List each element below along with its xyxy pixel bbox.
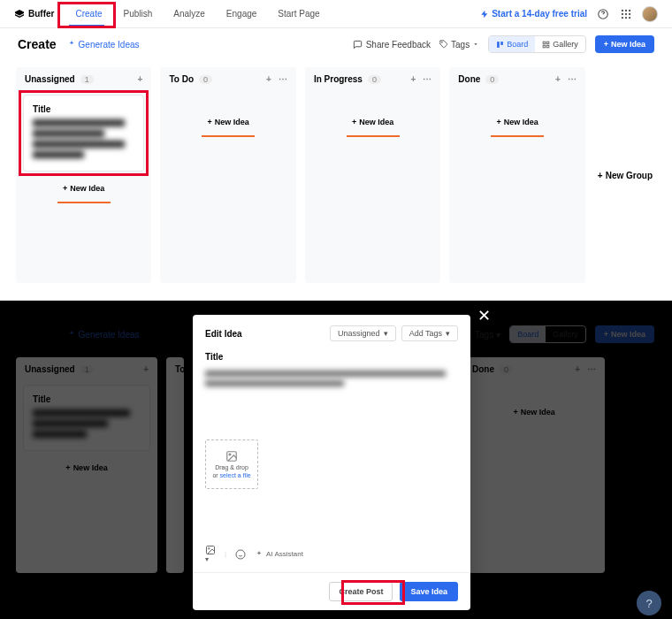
emoji-icon[interactable] bbox=[235, 549, 246, 560]
apps-icon[interactable] bbox=[619, 7, 633, 21]
new-idea-button[interactable]: +New Idea bbox=[595, 35, 654, 53]
column-count: 0 bbox=[485, 75, 499, 84]
ai-assistant-button[interactable]: AI Assistant bbox=[255, 550, 303, 559]
column-title: In Progress bbox=[314, 74, 363, 84]
add-icon[interactable]: + bbox=[138, 74, 143, 84]
svg-point-5 bbox=[625, 12, 627, 14]
close-icon[interactable]: ✕ bbox=[477, 306, 491, 325]
column-new-idea[interactable]: +New Idea bbox=[305, 109, 440, 135]
column-new-idea[interactable]: +New Idea bbox=[160, 109, 295, 135]
nav-publish[interactable]: Publish bbox=[123, 9, 152, 19]
create-post-button[interactable]: Create Post bbox=[329, 582, 393, 601]
more-icon[interactable]: ⋯ bbox=[423, 74, 431, 84]
add-icon[interactable]: + bbox=[555, 74, 561, 84]
svg-point-10 bbox=[442, 42, 443, 43]
svg-rect-13 bbox=[543, 42, 546, 44]
idea-title[interactable]: Title bbox=[205, 352, 458, 362]
pill-add-tags[interactable]: Add Tags▾ bbox=[401, 325, 458, 341]
more-icon[interactable]: ⋯ bbox=[568, 74, 577, 84]
generate-ideas-link[interactable]: Generate Generate IdeasIdeas bbox=[67, 40, 140, 50]
tags-dropdown[interactable]: Tags bbox=[439, 40, 479, 50]
kanban-board: Unassigned 1 + Title +New Idea To Do bbox=[0, 60, 672, 290]
help-icon[interactable] bbox=[596, 7, 610, 21]
svg-point-1 bbox=[622, 9, 623, 11]
idea-card[interactable]: Title bbox=[23, 95, 144, 172]
chevron-down-icon bbox=[472, 41, 479, 48]
svg-point-2 bbox=[625, 9, 627, 11]
select-file-link[interactable]: select a file bbox=[220, 472, 251, 478]
svg-rect-15 bbox=[543, 45, 546, 48]
more-icon[interactable]: ⋯ bbox=[279, 74, 287, 84]
share-feedback-link[interactable]: Share Feedback bbox=[353, 40, 431, 50]
page-title: Create bbox=[18, 37, 57, 51]
svg-rect-12 bbox=[500, 42, 503, 45]
column-new-idea[interactable]: +New Idea bbox=[449, 109, 584, 135]
column-count: 0 bbox=[368, 75, 381, 84]
add-icon[interactable]: + bbox=[266, 74, 271, 84]
help-bubble[interactable]: ? bbox=[637, 591, 661, 615]
column-todo: To Do 0 +⋯ +New Idea bbox=[160, 67, 295, 283]
edit-idea-modal: Edit Idea Unassigned▾ Add Tags▾ Title Dr… bbox=[193, 315, 470, 610]
column-title: Unassigned bbox=[25, 74, 75, 84]
card-title: Title bbox=[33, 104, 134, 114]
svg-point-7 bbox=[622, 16, 623, 18]
nav-engage[interactable]: Engage bbox=[226, 9, 256, 19]
svg-point-6 bbox=[629, 12, 630, 14]
svg-point-18 bbox=[229, 454, 231, 455]
svg-rect-11 bbox=[497, 42, 500, 48]
file-dropzone[interactable]: Drag & drop or select a file bbox=[205, 439, 258, 489]
svg-point-3 bbox=[629, 9, 630, 11]
svg-point-21 bbox=[236, 550, 245, 559]
new-group-button[interactable]: +New Group bbox=[594, 67, 656, 283]
media-icon[interactable]: ▾ bbox=[205, 545, 216, 563]
column-new-idea[interactable]: +New Idea bbox=[16, 175, 151, 202]
svg-point-9 bbox=[629, 16, 630, 18]
column-unassigned: Unassigned 1 + Title +New Idea bbox=[16, 67, 151, 283]
column-title: To Do bbox=[169, 74, 194, 84]
column-inprogress: In Progress 0 +⋯ +New Idea bbox=[305, 67, 440, 283]
svg-rect-16 bbox=[546, 45, 549, 48]
column-count: 0 bbox=[199, 75, 212, 84]
trial-link[interactable]: Start a 14-day free trial bbox=[480, 9, 587, 19]
page-toolbar: Create Generate Generate IdeasIdeas Shar… bbox=[0, 28, 672, 60]
svg-point-4 bbox=[622, 12, 623, 14]
svg-rect-14 bbox=[546, 42, 549, 44]
nav-startpage[interactable]: Start Page bbox=[278, 9, 319, 19]
column-title: Done bbox=[458, 74, 480, 84]
avatar[interactable] bbox=[642, 6, 658, 22]
logo: Buffer bbox=[14, 9, 54, 19]
nav-analyze[interactable]: Analyze bbox=[173, 9, 205, 19]
column-done: Done 0 +⋯ +New Idea bbox=[449, 67, 584, 283]
column-count: 1 bbox=[80, 75, 94, 84]
svg-point-8 bbox=[625, 16, 627, 18]
nav-create[interactable]: Create bbox=[75, 9, 102, 19]
add-icon[interactable]: + bbox=[411, 74, 416, 84]
view-board-button[interactable]: Board bbox=[489, 36, 535, 52]
modal-title: Edit Idea bbox=[205, 329, 242, 339]
svg-point-20 bbox=[209, 548, 210, 550]
image-icon bbox=[225, 450, 238, 462]
view-gallery-button[interactable]: Gallery bbox=[535, 36, 585, 52]
save-idea-button[interactable]: Save Idea bbox=[400, 582, 458, 601]
pill-unassigned[interactable]: Unassigned▾ bbox=[330, 325, 396, 341]
